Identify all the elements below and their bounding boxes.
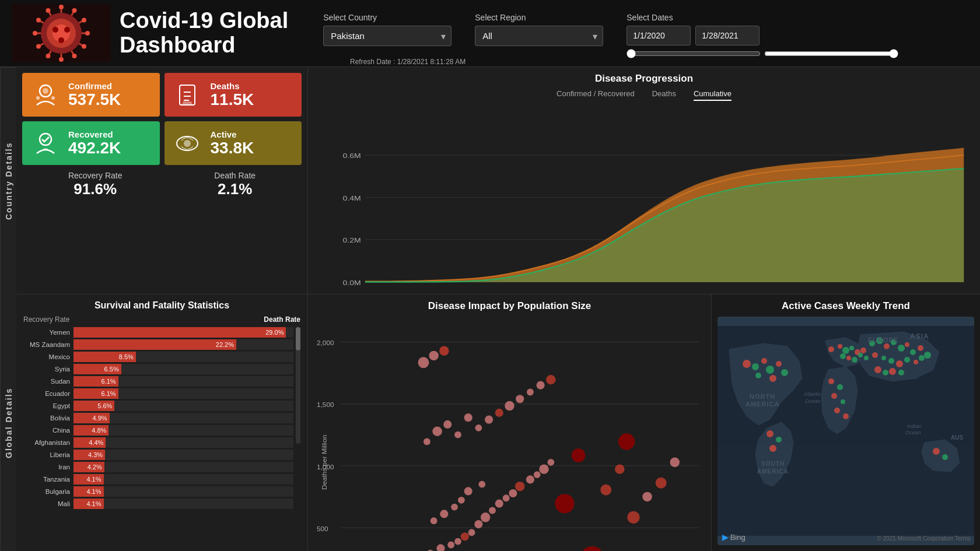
svg-point-48 [436,544,444,551]
bar-fill: 4.4% [74,437,106,448]
svg-point-89 [555,494,574,513]
bar-fill: 22.2% [74,339,236,350]
recovery-rate-label: Recovery Rate [68,171,123,180]
svg-point-58 [509,489,517,497]
confirmed-label: Confirmed [68,81,121,91]
bar-background: 4.3% [74,450,293,460]
deaths-label: Deaths [211,81,254,91]
svg-text:AMERICA: AMERICA [757,468,789,475]
bar-list: Yemen29.0%MS Zaandam22.2%Mexico8.5%Syria… [23,327,293,509]
date-range-start-slider[interactable] [626,49,761,58]
svg-point-140 [837,384,843,390]
date-start-input[interactable] [626,26,691,45]
impact-title: Disease Impact by Population Size [317,300,702,312]
bar-fill: 4.1% [74,486,104,497]
bar-fill: 5.6% [74,401,114,411]
svg-point-110 [884,343,890,349]
global-details-label: Global Details [0,294,16,551]
bar-fill: 4.8% [74,425,108,436]
svg-point-129 [752,363,759,370]
bar-percentage: 5.6% [97,402,112,409]
svg-point-90 [600,485,611,496]
svg-point-104 [852,357,858,363]
svg-point-64 [430,517,438,524]
impact-panel: Disease Impact by Population Size 0 500 … [308,294,712,551]
tab-deaths[interactable]: Deaths [652,89,676,101]
svg-point-63 [547,459,554,466]
death-rate-value: 2.1% [214,180,256,198]
svg-point-134 [755,373,761,378]
bar-country-name: Mali [23,500,70,507]
region-select[interactable]: All [475,26,603,46]
content-area: Country Details Global Details [0,67,980,551]
svg-text:SOUTH: SOUTH [761,461,785,467]
scrollbar-thumb[interactable] [296,327,300,350]
svg-point-130 [761,358,767,364]
bar-row: Sudan6.1% [23,376,293,387]
svg-point-144 [843,413,849,419]
world-map: NORTH AMERICA SOUTH AMERICA EUROPE ASIA … [718,317,974,545]
region-label: Select Region [475,13,603,22]
death-rate-label: Death Rate [214,171,256,180]
bar-percentage: 4.1% [86,476,101,483]
bar-background: 8.5% [74,352,293,362]
survival-panel: Survival and Fatality Statistics Recover… [16,294,308,551]
date-inputs [626,26,898,45]
svg-point-143 [834,408,840,413]
death-rate-item: Death Rate 2.1% [214,171,256,198]
title-line2: Dashboard [120,33,235,57]
bar-background: 5.6% [74,401,293,411]
svg-text:AMERICA: AMERICA [746,401,779,408]
bar-percentage: 4.4% [89,439,103,446]
date-range-end-slider[interactable] [764,49,898,58]
svg-text:Ocean: Ocean [805,398,821,404]
confirmed-info: Confirmed 537.5K [68,81,121,109]
bar-country-name: China [23,427,70,434]
copyright: © 2021 Microsoft Corporation Terms [877,535,971,542]
date-end-input[interactable] [695,26,760,45]
bar-percentage: 4.2% [88,464,102,471]
svg-point-118 [881,356,886,360]
country-select-wrapper: Pakistan [323,26,452,46]
svg-point-68 [464,487,473,495]
svg-point-123 [919,355,925,361]
recovered-card: Recovered 492.2K [22,121,160,165]
tab-cumulative[interactable]: Cumulative [694,89,732,101]
svg-point-121 [904,357,910,363]
svg-point-137 [776,437,782,443]
bar-percentage: 6.1% [102,378,116,385]
bar-fill: 4.9% [74,413,110,423]
active-label: Active [211,129,254,139]
country-selector-group: Select Country Pakistan [323,13,452,46]
svg-point-98 [838,344,842,349]
svg-point-88 [572,448,586,462]
bar-fill: 6.1% [74,388,118,399]
svg-text:NORTH: NORTH [750,393,775,400]
survival-tab-death[interactable]: Death Rate [264,315,300,324]
svg-text:EUROPE: EUROPE [868,336,898,343]
svg-point-138 [769,445,776,452]
svg-point-133 [781,369,788,376]
recovered-info: Recovered 492.2K [68,129,121,157]
country-select[interactable]: Pakistan [323,26,452,46]
svg-text:Atlantic: Atlantic [804,391,821,397]
title-line1: Covid-19 Global [120,8,288,33]
scrollbar[interactable] [296,327,300,444]
svg-point-97 [828,346,834,352]
svg-point-99 [842,347,849,354]
svg-point-51 [461,532,469,541]
svg-text:ASIA: ASIA [910,332,929,341]
bar-row: Mexico8.5% [23,352,293,362]
svg-point-80 [527,389,534,396]
bar-fill: 4.3% [74,450,105,460]
svg-text:Indian: Indian [907,423,922,429]
survival-tab-recovery[interactable]: Recovery Rate [23,315,69,324]
bar-background: 29.0% [74,327,293,338]
bar-background: 4.1% [74,499,293,509]
svg-text:500: 500 [317,525,328,533]
tab-confirmed-recovered[interactable]: Confirmed / Recovered [556,89,635,101]
bar-background: 4.9% [74,413,293,423]
refresh-label: Refresh Date : [350,58,395,66]
deaths-info: Deaths 11.5K [211,81,254,109]
recovered-value: 492.2K [68,139,121,157]
